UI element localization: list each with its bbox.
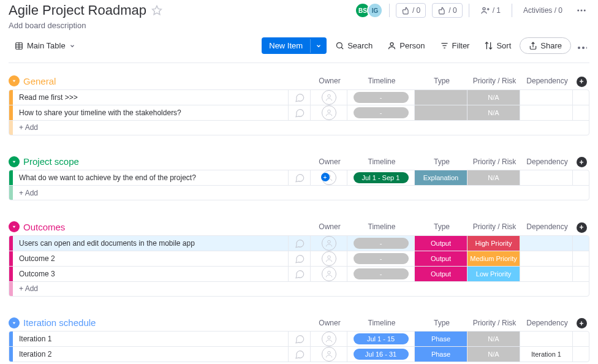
members-button[interactable]: / 1: [475, 3, 505, 18]
more-menu-icon[interactable]: [573, 2, 589, 18]
owner-cell[interactable]: [311, 267, 347, 281]
item-name[interactable]: How to share your timeline with the stak…: [13, 105, 289, 120]
search-button[interactable]: Search: [329, 37, 379, 54]
chat-icon[interactable]: [289, 90, 311, 105]
type-cell[interactable]: Output: [415, 267, 467, 281]
owner-cell[interactable]: [311, 347, 347, 362]
main-table-view[interactable]: Main Table: [9, 38, 81, 53]
dependency-cell[interactable]: [520, 332, 573, 346]
share-button[interactable]: Share: [520, 37, 571, 54]
column-header-timeline[interactable]: Timeline: [348, 319, 415, 327]
group-title[interactable]: Iteration schedule: [23, 317, 311, 328]
priority-cell[interactable]: Low Priority: [467, 267, 520, 281]
column-header-dependency[interactable]: Dependency: [521, 77, 573, 85]
group-collapse-icon[interactable]: [9, 156, 20, 167]
type-cell[interactable]: Phase: [415, 332, 467, 346]
add-item-button[interactable]: + Add: [13, 282, 589, 296]
chat-icon[interactable]: [289, 332, 311, 346]
column-header-type[interactable]: Type: [415, 222, 468, 231]
timeline-cell[interactable]: Jul 1 - Sep 1: [347, 170, 415, 185]
dependency-cell[interactable]: [520, 236, 573, 251]
column-header-timeline[interactable]: Timeline: [348, 157, 415, 166]
column-header-type[interactable]: Type: [415, 157, 468, 166]
group-collapse-icon[interactable]: [9, 221, 20, 232]
board-description[interactable]: Add board description: [9, 21, 162, 30]
item-name[interactable]: Iteration 1: [13, 332, 289, 346]
new-item-button[interactable]: New Item: [262, 37, 327, 54]
chat-icon[interactable]: [289, 170, 311, 185]
column-header-timeline[interactable]: Timeline: [348, 77, 415, 85]
column-header-owner[interactable]: Owner: [311, 222, 348, 231]
item-name[interactable]: What do we want to achieve by the end of…: [13, 170, 289, 185]
thumbs-down-button[interactable]: / 0: [396, 3, 426, 18]
priority-cell[interactable]: N/A: [467, 347, 520, 362]
priority-cell[interactable]: N/A: [467, 332, 520, 346]
new-item-dropdown-icon[interactable]: [310, 39, 327, 53]
dependency-cell[interactable]: [520, 105, 573, 120]
owner-cell[interactable]: [311, 105, 347, 120]
group-collapse-icon[interactable]: [9, 75, 20, 86]
group-title[interactable]: Project scope: [23, 156, 311, 167]
type-cell[interactable]: [415, 90, 467, 105]
add-column-button[interactable]: +: [573, 156, 589, 168]
item-name[interactable]: Outcome 2: [13, 251, 289, 266]
thumbs-up-button[interactable]: / 0: [432, 3, 462, 18]
group-title[interactable]: General: [23, 76, 311, 86]
item-name[interactable]: Outcome 3: [13, 267, 289, 281]
toolbar-more-icon[interactable]: [573, 38, 589, 54]
type-cell[interactable]: [415, 105, 467, 120]
type-cell[interactable]: Explanation: [415, 170, 467, 185]
type-cell[interactable]: Output: [415, 236, 467, 251]
timeline-cell[interactable]: Jul 1 - 15: [347, 332, 415, 346]
add-column-button[interactable]: +: [573, 221, 589, 233]
item-name[interactable]: Users can open and edit documents in the…: [13, 236, 289, 251]
column-header-priority[interactable]: Priority / Risk: [468, 77, 521, 85]
column-header-timeline[interactable]: Timeline: [348, 222, 415, 231]
dependency-cell[interactable]: [520, 251, 573, 266]
item-name[interactable]: Read me first >>>: [13, 90, 289, 105]
column-header-dependency[interactable]: Dependency: [521, 157, 573, 166]
add-column-button[interactable]: +: [573, 75, 589, 87]
column-header-priority[interactable]: Priority / Risk: [468, 319, 521, 327]
group-title[interactable]: Outcomes: [23, 222, 311, 232]
board-title[interactable]: Agile Project Roadmap: [9, 2, 146, 18]
owner-cell[interactable]: [311, 90, 347, 105]
timeline-cell[interactable]: -: [347, 105, 415, 120]
group-collapse-icon[interactable]: [9, 317, 20, 328]
dependency-cell[interactable]: [520, 170, 573, 185]
owner-cell[interactable]: [311, 236, 347, 251]
sort-button[interactable]: Sort: [478, 37, 517, 54]
person-filter-button[interactable]: Person: [381, 37, 431, 54]
dependency-cell[interactable]: Iteration 1: [520, 347, 573, 362]
column-header-owner[interactable]: Owner: [311, 77, 348, 85]
column-header-owner[interactable]: Owner: [311, 157, 348, 166]
priority-cell[interactable]: N/A: [467, 105, 520, 120]
chat-icon[interactable]: [289, 105, 311, 120]
chat-icon[interactable]: [289, 236, 311, 251]
timeline-cell[interactable]: -: [347, 236, 415, 251]
avatar-stack[interactable]: BS IG: [358, 2, 383, 18]
add-column-button[interactable]: +: [573, 317, 589, 329]
item-name[interactable]: Iteration 2: [13, 347, 289, 362]
column-header-dependency[interactable]: Dependency: [521, 319, 573, 327]
owner-cell[interactable]: [311, 251, 347, 266]
add-item-button[interactable]: + Add: [13, 186, 589, 200]
timeline-cell[interactable]: -: [347, 90, 415, 105]
chat-icon[interactable]: [289, 251, 311, 266]
add-owner-icon[interactable]: +: [321, 173, 330, 181]
chat-icon[interactable]: [289, 347, 311, 362]
timeline-cell[interactable]: Jul 16 - 31: [347, 347, 415, 362]
owner-cell[interactable]: +: [311, 170, 347, 185]
column-header-type[interactable]: Type: [415, 319, 468, 327]
type-cell[interactable]: Phase: [415, 347, 467, 362]
type-cell[interactable]: Output: [415, 251, 467, 266]
priority-cell[interactable]: Medium Priority: [467, 251, 520, 266]
column-header-type[interactable]: Type: [415, 77, 468, 85]
dependency-cell[interactable]: [520, 267, 573, 281]
owner-cell[interactable]: [311, 332, 347, 346]
priority-cell[interactable]: N/A: [467, 170, 520, 185]
priority-cell[interactable]: N/A: [467, 90, 520, 105]
priority-cell[interactable]: High Priority: [467, 236, 520, 251]
column-header-owner[interactable]: Owner: [311, 319, 348, 327]
timeline-cell[interactable]: -: [347, 267, 415, 281]
